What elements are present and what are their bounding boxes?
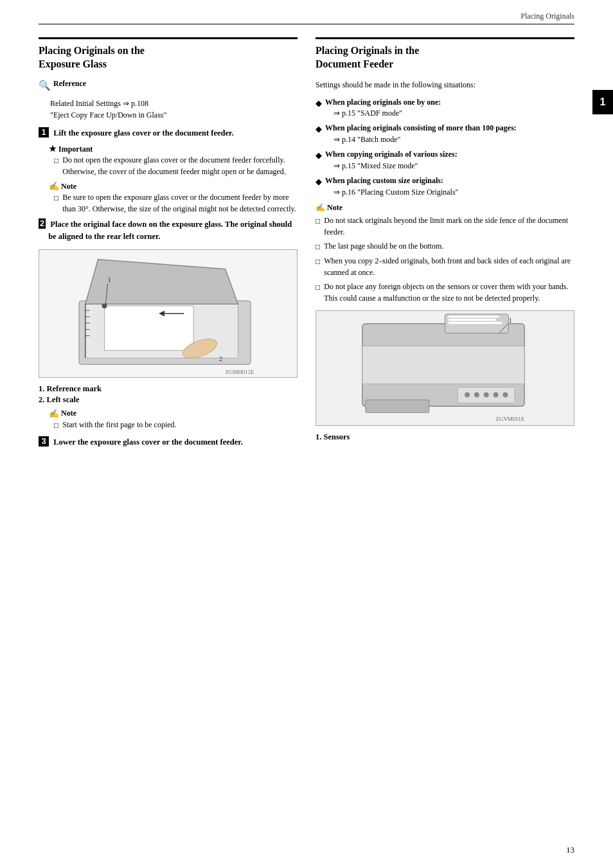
step3-num: 3 [39, 436, 49, 447]
important-block: ★ Important Do not open the exposure gla… [49, 144, 298, 177]
settings-intro: Settings should be made in the following… [315, 79, 574, 91]
diamond-bullet-2: ◆ When placing originals consisting of m… [315, 123, 574, 145]
diamond-sym-2: ◆ [315, 123, 322, 135]
left-section-title: Placing Originals on theExposure Glass [39, 37, 298, 71]
caption1: 1. Reference mark [39, 384, 298, 394]
svg-rect-32 [362, 346, 524, 384]
step3-text: Lower the exposure glass cover or the do… [51, 436, 243, 448]
page-number: 13 [566, 845, 574, 855]
svg-rect-3 [105, 306, 194, 350]
diamond-bullet-4: ◆ When placing custom size originals: ⇒ … [315, 175, 574, 198]
svg-text:1: 1 [508, 316, 511, 324]
svg-point-28 [502, 392, 508, 397]
svg-point-25 [474, 392, 479, 397]
reference-icon: 🔍 [39, 80, 51, 91]
svg-text:ZGMH012E: ZGMH012E [226, 369, 254, 375]
caption2: 2. Left scale [39, 395, 298, 405]
diamond-sub-4: ⇒ p.16 "Placing Custom Size Originals" [333, 188, 458, 197]
step2-text: Place the original face down on the expo… [48, 218, 298, 243]
note2-block: ✍ Note Start with the first page to be c… [49, 409, 298, 431]
step3-block: 3 Lower the exposure glass cover or the … [39, 436, 298, 448]
right-note-item-1: Do not stack originals beyond the limit … [315, 215, 574, 238]
diamond-sym-3: ◆ [315, 150, 322, 161]
svg-point-27 [493, 392, 499, 397]
left-column: Placing Originals on theExposure Glass 🔍… [39, 37, 298, 454]
important-item-1: Do not open the exposure glass cover or … [54, 154, 298, 177]
reference-text: Related Initial Settings ⇒ p.108"Eject C… [50, 98, 298, 121]
diamond-bullet-3: ◆ When copying originals of various size… [315, 149, 574, 172]
diamond-sub-2: ⇒ p.14 "Batch mode" [333, 135, 400, 144]
left-diagram: 1 2 ZGMH012E [39, 249, 298, 378]
right-note-title: ✍ Note [315, 203, 574, 213]
right-note-item-2: The last page should be on the bottom. [315, 240, 574, 252]
svg-rect-20 [448, 319, 495, 321]
important-icon: ★ [49, 144, 57, 154]
step1-text: Lift the exposure glass cover or the doc… [51, 127, 234, 139]
right-note-item-3: When you copy 2–sided originals, both fr… [315, 255, 574, 278]
diamond-sub-3: ⇒ p.15 "Mixed Size mode" [333, 161, 418, 170]
svg-rect-21 [448, 322, 502, 324]
right-section-title: Placing Originals in theDocument Feeder [315, 37, 574, 71]
page-header: Placing Originals [0, 0, 613, 24]
svg-rect-19 [448, 315, 499, 318]
diamond-sym-1: ◆ [315, 98, 322, 109]
note2-item-1: Start with the first page to be copied. [54, 419, 298, 431]
diamond-label-2: When placing originals consisting of mor… [325, 123, 517, 132]
note1-icon: ✍ [49, 181, 59, 191]
right-diagram: 1 ZGVM011E [315, 310, 574, 426]
diamond-bullet-1: ◆ When placing originals one by one: ⇒ p… [315, 97, 574, 120]
right-diagram-svg: 1 ZGVM011E [316, 311, 574, 425]
svg-text:2: 2 [219, 355, 222, 362]
diamond-label-3: When copying originals of various sizes: [325, 150, 458, 159]
step1-num: 1 [39, 127, 49, 137]
sensors-label: 1. Sensors [315, 432, 574, 442]
right-note-block: ✍ Note Do not stack originals beyond the… [315, 203, 574, 304]
right-note-item-4: Do not place any foreign objects on the … [315, 281, 574, 304]
diamond-label-4: When placing custom size originals: [325, 176, 443, 185]
note2-icon: ✍ [49, 409, 59, 419]
reference-block: 🔍 Reference [39, 79, 298, 91]
note2-title: ✍ Note [49, 409, 298, 419]
chapter-tab: 1 [592, 90, 613, 114]
svg-text:ZGVM011E: ZGVM011E [496, 416, 525, 422]
step2-num: 2 [39, 218, 46, 229]
note1-title: ✍ Note [49, 181, 298, 191]
svg-point-26 [484, 392, 489, 397]
svg-point-10 [102, 303, 107, 308]
step2-block: 2 Place the original face down on the ex… [39, 218, 298, 243]
left-diagram-svg: 1 2 ZGMH012E [39, 250, 297, 377]
svg-point-24 [465, 392, 470, 397]
diamond-sub-1: ⇒ p.15 "SADF mode" [333, 109, 402, 118]
svg-text:1: 1 [107, 275, 111, 283]
main-content: Placing Originals on theExposure Glass 🔍… [0, 24, 613, 466]
right-note-icon: ✍ [315, 203, 325, 213]
reference-label: Reference [53, 79, 86, 89]
header-title: Placing Originals [520, 12, 574, 21]
diamond-sym-4: ◆ [315, 176, 322, 188]
note1-block: ✍ Note Be sure to open the exposure glas… [49, 181, 298, 215]
step1-block: 1 Lift the exposure glass cover or the d… [39, 127, 298, 139]
svg-rect-22 [366, 400, 429, 412]
right-column: Placing Originals in theDocument Feeder … [315, 37, 574, 454]
important-title: ★ Important [49, 144, 298, 154]
diamond-label-1: When placing originals one by one: [325, 98, 441, 107]
note1-item-1: Be sure to open the exposure glass cover… [54, 191, 298, 215]
